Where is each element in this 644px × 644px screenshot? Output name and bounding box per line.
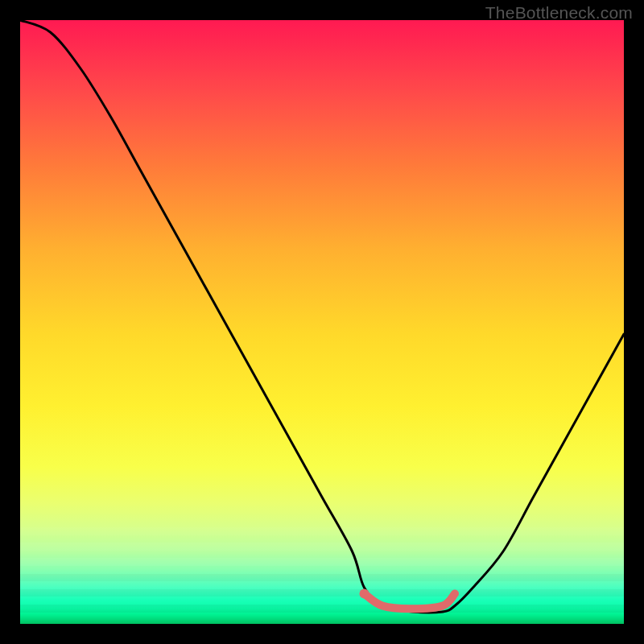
- curve-layer: [20, 20, 624, 624]
- chart-frame: TheBottleneck.com: [0, 0, 644, 644]
- accent-point: [360, 589, 369, 599]
- watermark-text: TheBottleneck.com: [485, 3, 633, 23]
- accent-segment: [365, 594, 456, 609]
- bottleneck-curve: [20, 20, 624, 613]
